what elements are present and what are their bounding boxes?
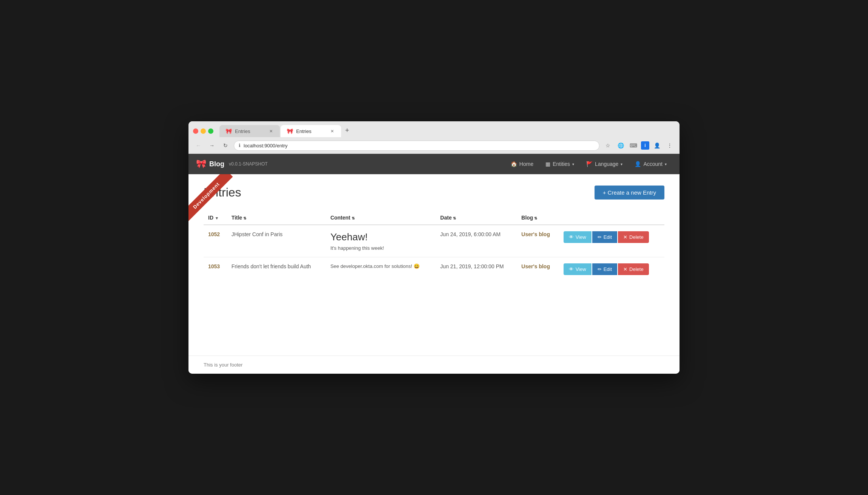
new-tab-button[interactable]: +	[342, 125, 352, 136]
reload-button[interactable]: ↻	[220, 140, 231, 151]
account-caret: ▾	[665, 162, 667, 166]
bookmark-button[interactable]: ☆	[602, 140, 613, 151]
delete-x-icon: ✕	[623, 234, 627, 240]
browser-tab-2[interactable]: 🎀 Entries ✕	[281, 125, 341, 137]
row2-action-buttons: 👁 View ✏ Edit ✕ Delete	[564, 263, 660, 275]
tab2-icon: 🎀	[287, 128, 293, 134]
nav-entities-label: Entities	[553, 161, 570, 167]
create-entry-button[interactable]: + Create a new Entry	[595, 186, 664, 200]
col-content[interactable]: Content ⇅	[326, 211, 436, 225]
row2-date: Jun 21, 2019, 12:00:00 PM	[436, 257, 517, 282]
row1-blog: User's blog	[517, 225, 559, 257]
browser-tab-1[interactable]: 🎀 Entries ✕	[219, 125, 280, 137]
row1-content-small: It's happening this week!	[331, 245, 431, 251]
row2-content-small: See developer.okta.com for solutions! 😀	[331, 263, 431, 269]
app-footer: This is your footer	[188, 356, 680, 374]
delete-x-icon-2: ✕	[623, 266, 627, 272]
traffic-lights	[193, 128, 213, 134]
entities-icon: ▦	[545, 161, 550, 167]
app-brand[interactable]: 🎀 Blog v0.0.1-SNAPSHOT	[196, 159, 268, 169]
extension-icon-1[interactable]: 🌐	[615, 140, 626, 151]
browser-tabs: 🎀 Entries ✕ 🎀 Entries ✕ +	[219, 125, 675, 137]
col-title[interactable]: Title ⇅	[227, 211, 326, 225]
row1-action-buttons: 👁 View ✏ Edit ✕ Delete	[564, 231, 660, 243]
row1-id-value: 1052	[208, 231, 220, 237]
col-blog[interactable]: Blog ⇅	[517, 211, 559, 225]
app-content: 🎀 Blog v0.0.1-SNAPSHOT 🏠 Home ▦ Entities…	[188, 154, 680, 374]
nav-language-label: Language	[595, 161, 618, 167]
extension-icon-2[interactable]: ⌨	[628, 140, 639, 151]
row2-content: See developer.okta.com for solutions! 😀	[326, 257, 436, 282]
tab2-close[interactable]: ✕	[329, 128, 335, 134]
brand-name: Blog	[209, 160, 224, 168]
row2-delete-label: Delete	[629, 266, 644, 272]
extension-icon-3[interactable]: i	[641, 141, 649, 150]
toolbar-actions: ☆ 🌐 ⌨ i 👤 ⋮	[602, 140, 675, 151]
view-eye-icon-2: 👁	[569, 266, 574, 272]
tab1-close[interactable]: ✕	[268, 128, 274, 134]
row1-content: Yeehaw! It's happening this week!	[326, 225, 436, 257]
col-date[interactable]: Date ⇅	[436, 211, 517, 225]
browser-chrome: 🎀 Entries ✕ 🎀 Entries ✕ + ← → ↻ ℹ localh…	[188, 121, 680, 154]
row2-blog: User's blog	[517, 257, 559, 282]
date-sort-icon: ⇅	[453, 216, 456, 220]
row2-actions: 👁 View ✏ Edit ✕ Delete	[559, 257, 664, 282]
menu-button[interactable]: ⋮	[664, 140, 675, 151]
app-nav: 🏠 Home ▦ Entities ▾ 🚩 Language ▾ 👤 Accou…	[505, 158, 672, 170]
page-title: Entries	[204, 186, 241, 200]
blog-sort-icon: ⇅	[534, 216, 537, 220]
table-row: 1053 Friends don't let friends build Aut…	[204, 257, 664, 282]
table-header: ID ▾ Title ⇅ Content ⇅ Date ⇅ Blog ⇅	[204, 211, 664, 225]
sort-down-icon: ▾	[215, 216, 218, 220]
home-icon: 🏠	[511, 161, 517, 167]
col-title-label: Title	[232, 215, 242, 221]
col-id-label: ID	[208, 215, 213, 221]
back-button[interactable]: ←	[193, 140, 204, 151]
nav-entities[interactable]: ▦ Entities ▾	[540, 158, 579, 170]
profile-button[interactable]: 👤	[652, 140, 662, 151]
row1-content-large: Yeehaw!	[331, 231, 431, 243]
row2-date-value: Jun 21, 2019, 12:00:00 PM	[440, 263, 504, 269]
tab1-icon: 🎀	[225, 128, 232, 134]
row1-id: 1052	[204, 225, 227, 257]
row1-edit-button[interactable]: ✏ Edit	[592, 231, 617, 243]
nav-account[interactable]: 👤 Account ▾	[629, 158, 672, 170]
minimize-traffic-light[interactable]	[201, 128, 206, 134]
nav-home-label: Home	[519, 161, 533, 167]
row2-view-button[interactable]: 👁 View	[564, 263, 592, 275]
address-bar[interactable]: ℹ localhost:9000/entry	[234, 141, 599, 151]
row1-title: JHipster Conf in Paris	[227, 225, 326, 257]
col-actions	[559, 211, 664, 225]
security-icon: ℹ	[239, 143, 241, 148]
row2-edit-label: Edit	[604, 266, 612, 272]
maximize-traffic-light[interactable]	[208, 128, 213, 134]
row1-delete-button[interactable]: ✕ Delete	[618, 231, 649, 243]
page-header: Entries + Create a new Entry	[204, 186, 664, 200]
edit-pencil-icon: ✏	[598, 234, 602, 240]
entries-table: ID ▾ Title ⇅ Content ⇅ Date ⇅ Blog ⇅	[204, 211, 664, 281]
row2-edit-button[interactable]: ✏ Edit	[592, 263, 617, 275]
row1-view-button[interactable]: 👁 View	[564, 231, 592, 243]
edit-pencil-icon-2: ✏	[598, 266, 602, 272]
forward-button[interactable]: →	[207, 140, 217, 151]
close-traffic-light[interactable]	[193, 128, 198, 134]
row2-delete-button[interactable]: ✕ Delete	[618, 263, 649, 275]
nav-home[interactable]: 🏠 Home	[505, 158, 539, 170]
col-content-label: Content	[331, 215, 351, 221]
browser-toolbar: ← → ↻ ℹ localhost:9000/entry ☆ 🌐 ⌨ i 👤 ⋮	[188, 137, 680, 154]
nav-language[interactable]: 🚩 Language ▾	[581, 158, 628, 170]
col-blog-label: Blog	[521, 215, 533, 221]
row1-title-value: JHipster Conf in Paris	[232, 231, 283, 237]
row2-id: 1053	[204, 257, 227, 282]
row1-blog-value: User's blog	[521, 231, 550, 237]
app-navbar: 🎀 Blog v0.0.1-SNAPSHOT 🏠 Home ▦ Entities…	[188, 154, 680, 174]
col-date-label: Date	[440, 215, 452, 221]
tab2-label: Entries	[296, 128, 311, 134]
table-row: 1052 JHipster Conf in Paris Yeehaw! It's…	[204, 225, 664, 257]
footer-text: This is your footer	[204, 362, 242, 368]
row2-view-label: View	[576, 266, 586, 272]
col-id[interactable]: ID ▾	[204, 211, 227, 225]
tab1-label: Entries	[235, 128, 250, 134]
row2-id-value: 1053	[208, 263, 220, 269]
address-text: localhost:9000/entry	[244, 143, 287, 148]
